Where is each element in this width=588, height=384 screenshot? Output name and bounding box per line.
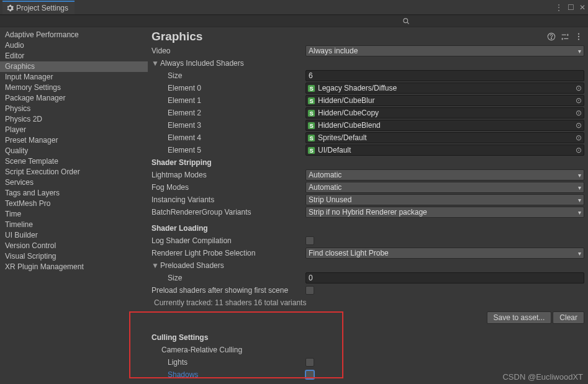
- sidebar[interactable]: Adaptive PerformanceAudioEditorGraphicsI…: [0, 27, 148, 384]
- video-dropdown[interactable]: Always include: [305, 45, 584, 56]
- preload-after-scene-checkbox[interactable]: [305, 286, 314, 295]
- sidebar-item-quality[interactable]: Quality: [0, 146, 148, 156]
- sidebar-item-textmesh-pro[interactable]: TextMesh Pro: [0, 199, 148, 209]
- gear-icon: [6, 4, 14, 12]
- sidebar-item-physics-2d[interactable]: Physics 2D: [0, 114, 148, 125]
- preloaded-size-label: Size: [152, 274, 305, 282]
- shader-size-label: Size: [152, 71, 305, 80]
- shader-element-1-label: Element 1: [152, 96, 305, 105]
- svg-text:S: S: [309, 98, 313, 104]
- settings-icon[interactable]: [561, 32, 569, 41]
- search-icon: [402, 17, 410, 25]
- culling-lights-label: Lights: [152, 358, 305, 367]
- main-panel: Graphics Video Always include ▼Always In…: [148, 27, 588, 384]
- search-input[interactable]: [412, 16, 586, 27]
- preloaded-shaders-foldout[interactable]: ▼Preloaded Shaders: [152, 261, 305, 270]
- sidebar-item-audio[interactable]: Audio: [0, 40, 148, 51]
- shader-asset-icon: S: [307, 134, 315, 142]
- shader-element-4-value: Sprites/Default: [318, 133, 367, 142]
- window-menu-icon[interactable]: ⋮: [555, 3, 563, 12]
- inspector-content: Video Always include ▼Always Included Sh…: [152, 43, 584, 384]
- window-controls: ⋮ ☐ ✕: [555, 0, 586, 15]
- tracked-shaders-text: Currently tracked: 11 shaders 16 total v…: [152, 298, 306, 307]
- shader-element-2-field[interactable]: SHidden/CubeCopy: [305, 107, 584, 118]
- culling-settings-header: Culling Settings: [152, 331, 584, 344]
- window-tab[interactable]: Project Settings: [2, 1, 75, 14]
- svg-text:S: S: [309, 123, 313, 129]
- shader-loading-header: Shader Loading: [152, 222, 584, 234]
- sidebar-item-input-manager[interactable]: Input Manager: [0, 72, 148, 83]
- titlebar: Project Settings ⋮ ☐ ✕: [0, 0, 588, 15]
- log-shader-compilation-checkbox[interactable]: [305, 236, 314, 245]
- lightmap-modes-dropdown[interactable]: Automatic: [305, 169, 584, 181]
- instancing-variants-label: Instancing Variants: [152, 195, 305, 204]
- sidebar-item-adaptive-performance[interactable]: Adaptive Performance: [0, 30, 148, 40]
- preloaded-size-field[interactable]: 0: [305, 272, 584, 284]
- watermark: CSDN @EucliwoodXT: [502, 372, 583, 382]
- sidebar-item-graphics[interactable]: Graphics: [0, 61, 148, 72]
- menu-icon[interactable]: [574, 32, 583, 41]
- shader-asset-icon: S: [307, 146, 315, 154]
- sidebar-item-timeline[interactable]: Timeline: [0, 220, 148, 230]
- brg-variants-label: BatchRendererGroup Variants: [152, 208, 305, 217]
- shader-asset-icon: S: [307, 97, 315, 105]
- svg-line-1: [407, 22, 409, 24]
- shader-element-2-value: Hidden/CubeCopy: [318, 109, 379, 117]
- shader-element-3-value: Hidden/CubeBlend: [318, 121, 381, 130]
- clear-button[interactable]: Clear: [553, 311, 584, 324]
- fog-modes-label: Fog Modes: [152, 183, 305, 192]
- video-label: Video: [152, 47, 305, 55]
- shader-element-0-field[interactable]: SLegacy Shaders/Diffuse: [305, 83, 584, 94]
- body: Adaptive PerformanceAudioEditorGraphicsI…: [0, 27, 588, 384]
- svg-point-3: [551, 38, 551, 39]
- window-maximize-icon[interactable]: ☐: [568, 3, 574, 12]
- svg-text:S: S: [309, 135, 313, 141]
- culling-shadows-label: Shadows: [152, 370, 305, 379]
- svg-point-5: [578, 36, 579, 37]
- sidebar-item-memory-settings[interactable]: Memory Settings: [0, 83, 148, 93]
- always-included-shaders-foldout[interactable]: ▼Always Included Shaders: [152, 59, 305, 68]
- shader-element-3-label: Element 3: [152, 121, 305, 130]
- sidebar-item-visual-scripting[interactable]: Visual Scripting: [0, 251, 148, 262]
- instancing-variants-dropdown[interactable]: Strip Unused: [305, 194, 584, 205]
- shader-element-1-field[interactable]: SHidden/CubeBlur: [305, 95, 584, 106]
- sidebar-item-version-control[interactable]: Version Control: [0, 241, 148, 251]
- sidebar-item-time[interactable]: Time: [0, 209, 148, 220]
- culling-lights-checkbox[interactable]: [305, 358, 314, 367]
- sidebar-item-editor[interactable]: Editor: [0, 51, 148, 61]
- light-probe-selection-dropdown[interactable]: Find closest Light Probe: [305, 248, 584, 259]
- sidebar-item-services[interactable]: Services: [0, 177, 148, 188]
- shader-size-field[interactable]: 6: [305, 70, 584, 81]
- shader-element-4-field[interactable]: SSprites/Default: [305, 132, 584, 143]
- svg-point-4: [578, 33, 579, 34]
- window-close-icon[interactable]: ✕: [579, 3, 586, 12]
- shader-element-4-label: Element 4: [152, 133, 305, 142]
- brg-variants-dropdown[interactable]: Strip if no Hybrid Renderer package: [305, 207, 584, 218]
- save-to-asset-button[interactable]: Save to asset...: [487, 311, 552, 324]
- sidebar-item-player[interactable]: Player: [0, 125, 148, 135]
- sidebar-item-scene-template[interactable]: Scene Template: [0, 156, 148, 167]
- log-shader-compilation-label: Log Shader Compilation: [152, 236, 305, 245]
- shader-asset-icon: S: [307, 122, 315, 130]
- shader-element-5-field[interactable]: SUI/Default: [305, 145, 584, 156]
- shader-element-0-value: Legacy Shaders/Diffuse: [318, 84, 397, 92]
- culling-shadows-checkbox[interactable]: [305, 370, 314, 379]
- sidebar-item-xr-plugin-management[interactable]: XR Plugin Management: [0, 262, 148, 272]
- sidebar-item-script-execution-order[interactable]: Script Execution Order: [0, 167, 148, 177]
- sidebar-item-physics[interactable]: Physics: [0, 104, 148, 114]
- window-title: Project Settings: [16, 4, 68, 12]
- help-icon[interactable]: [547, 32, 556, 41]
- shader-element-3-field[interactable]: SHidden/CubeBlend: [305, 120, 584, 131]
- shader-asset-icon: S: [307, 84, 315, 92]
- sidebar-item-ui-builder[interactable]: UI Builder: [0, 230, 148, 241]
- fog-modes-dropdown[interactable]: Automatic: [305, 182, 584, 193]
- sidebar-item-tags-and-layers[interactable]: Tags and Layers: [0, 188, 148, 199]
- shader-element-1-value: Hidden/CubeBlur: [318, 96, 374, 105]
- foldout-icon: ▼: [152, 261, 159, 270]
- sidebar-item-package-manager[interactable]: Package Manager: [0, 93, 148, 104]
- light-probe-selection-label: Renderer Light Probe Selection: [152, 249, 305, 257]
- shader-element-5-value: UI/Default: [318, 146, 351, 154]
- camera-relative-culling-label: Camera-Relative Culling: [152, 346, 305, 354]
- shader-element-0-label: Element 0: [152, 84, 305, 92]
- sidebar-item-preset-manager[interactable]: Preset Manager: [0, 135, 148, 146]
